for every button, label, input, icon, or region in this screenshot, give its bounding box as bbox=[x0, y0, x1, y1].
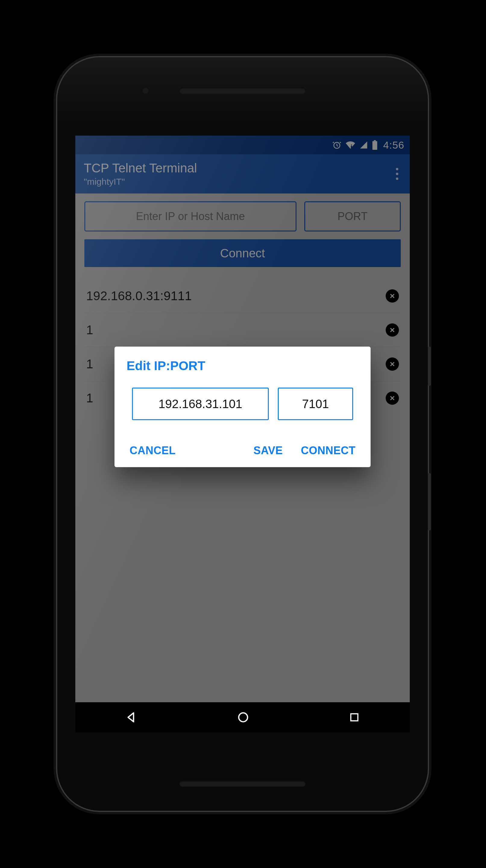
svg-point-5 bbox=[239, 713, 247, 721]
save-label: SAVE bbox=[253, 444, 283, 457]
phone-speaker bbox=[179, 781, 306, 786]
phone-side-button bbox=[428, 347, 431, 386]
cancel-label: CANCEL bbox=[130, 444, 176, 457]
dialog-connect-button[interactable]: CONNECT bbox=[301, 444, 356, 457]
android-nav-bar bbox=[75, 702, 410, 733]
nav-recents-icon[interactable] bbox=[348, 711, 360, 723]
phone-frame: 4:56 TCP Telnet Terminal "mightyIT" Ente… bbox=[57, 57, 428, 811]
phone-camera bbox=[141, 87, 150, 95]
stage: 4:56 TCP Telnet Terminal "mightyIT" Ente… bbox=[0, 0, 486, 868]
save-button[interactable]: SAVE bbox=[253, 444, 283, 457]
svg-rect-6 bbox=[351, 714, 358, 721]
dialog-port-value: 7101 bbox=[302, 397, 329, 411]
dialog-ip-value: 192.168.31.101 bbox=[159, 397, 242, 411]
dialog-connect-label: CONNECT bbox=[301, 444, 356, 457]
nav-back-icon[interactable] bbox=[125, 711, 138, 724]
dialog-port-input[interactable]: 7101 bbox=[278, 388, 353, 420]
edit-ip-port-dialog: Edit IP:PORT 192.168.31.101 7101 CANCEL bbox=[115, 347, 370, 467]
cancel-button[interactable]: CANCEL bbox=[130, 444, 176, 457]
nav-home-icon[interactable] bbox=[236, 711, 250, 724]
phone-side-button bbox=[428, 473, 431, 530]
screen: 4:56 TCP Telnet Terminal "mightyIT" Ente… bbox=[75, 135, 410, 733]
dialog-title: Edit IP:PORT bbox=[127, 359, 359, 373]
dialog-ip-input[interactable]: 192.168.31.101 bbox=[132, 388, 269, 420]
phone-earpiece bbox=[179, 87, 306, 94]
